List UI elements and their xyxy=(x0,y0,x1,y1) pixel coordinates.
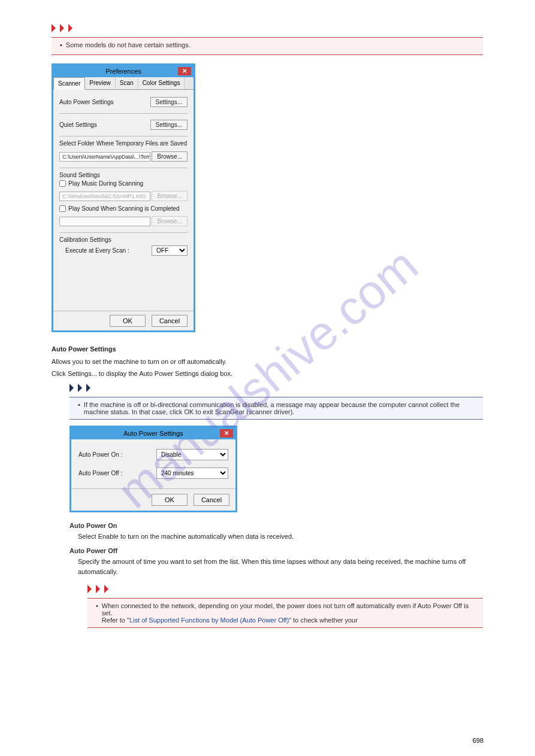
music-path-input: C:\Windows\Media\CSSAMP1.MID xyxy=(59,192,150,201)
play-music-checkbox-input[interactable] xyxy=(59,180,66,187)
auto-power-window: Auto Power Settings ✕ Auto Power On : Di… xyxy=(69,426,237,512)
auto-power-settings-button[interactable]: Settings... xyxy=(150,97,188,107)
important-banner-1: Some models do not have certain settings… xyxy=(52,37,483,55)
calibration-sublabel: Execute at Every Scan : xyxy=(59,247,129,254)
preferences-window: Preferences ✕ Scanner Preview Scan Color… xyxy=(52,63,195,332)
complete-sound-path-input xyxy=(59,217,150,226)
imp2-line3s: " to check whether your xyxy=(289,617,358,624)
quiet-label: Quiet Settings xyxy=(59,122,97,128)
tab-preview[interactable]: Preview xyxy=(85,77,116,89)
auto-close-icon[interactable]: ✕ xyxy=(220,429,233,438)
play-complete-label: Play Sound When Scanning is Completed xyxy=(68,205,180,212)
imp2-line3p: Refer to " xyxy=(102,617,129,624)
note-line3: driver). xyxy=(274,408,294,415)
auto-power-label: Auto Power Settings xyxy=(59,99,114,105)
play-complete-checkbox[interactable]: Play Sound When Scanning is Completed xyxy=(59,205,188,212)
tab-scanner[interactable]: Scanner xyxy=(53,77,85,90)
page-content: Some models do not have certain settings… xyxy=(0,0,535,652)
calibration-label: Calibration Settings xyxy=(59,236,188,243)
close-icon[interactable]: ✕ xyxy=(178,67,191,75)
pref-cancel-button[interactable]: Cancel xyxy=(152,315,188,327)
play-music-label: Play Music During Scanning xyxy=(68,180,143,187)
auto-ok-button[interactable]: OK xyxy=(152,494,188,506)
auto-on-label: Auto Power On : xyxy=(78,451,122,458)
auto-cancel-button[interactable]: Cancel xyxy=(194,494,229,506)
quiet-settings-button[interactable]: Settings... xyxy=(150,120,188,130)
play-music-checkbox[interactable]: Play Music During Scanning xyxy=(59,180,188,187)
preferences-title: Preferences ✕ xyxy=(53,65,194,77)
auto-off-heading: Auto Power Off xyxy=(69,547,483,554)
music-browse-button: Browse... xyxy=(152,191,188,201)
note-icon xyxy=(69,384,483,392)
imp2-line1: When connected to the network, depending… xyxy=(102,602,346,609)
auto-power-heading: Auto Power Settings xyxy=(52,344,483,354)
complete-browse-button: Browse... xyxy=(152,216,188,226)
note-banner: If the machine is off or bi-directional … xyxy=(69,397,483,420)
preferences-title-text: Preferences xyxy=(105,68,141,75)
folder-label: Select Folder Where Temporary Files are … xyxy=(59,140,188,147)
supported-functions-link[interactable]: List of Supported Functions by Model (Au… xyxy=(129,617,289,624)
note-line1: If the machine is off or bi-directional … xyxy=(84,401,366,408)
folder-path-input[interactable]: C:\Users\UserName\AppData\...\Temp\ xyxy=(59,152,150,162)
play-complete-checkbox-input[interactable] xyxy=(59,205,66,212)
important-icon-2 xyxy=(87,585,483,593)
important1-text: Some models do not have certain settings… xyxy=(66,41,191,48)
auto-on-text: Select Enable to turn on the machine aut… xyxy=(78,532,483,542)
auto-off-select[interactable]: 240 minutes xyxy=(156,467,228,479)
auto-power-desc: Allows you to set the machine to turn on… xyxy=(52,357,483,367)
important-banner-2: When connected to the network, depending… xyxy=(87,598,483,628)
folder-browse-button[interactable]: Browse... xyxy=(152,151,188,162)
preferences-tab-body: Auto Power Settings Settings... Quiet Se… xyxy=(53,90,194,311)
page-number: 698 xyxy=(473,737,483,744)
auto-on-heading: Auto Power On xyxy=(69,522,483,529)
calibration-select[interactable]: OFF xyxy=(152,245,188,256)
tab-scan[interactable]: Scan xyxy=(116,77,138,89)
sound-settings-label: Sound Settings xyxy=(59,172,188,178)
auto-on-select[interactable]: Disable xyxy=(156,449,228,460)
auto-power-title: Auto Power Settings ✕ xyxy=(71,427,235,439)
preferences-tabs: Scanner Preview Scan Color Settings xyxy=(53,77,194,90)
tab-color-settings[interactable]: Color Settings xyxy=(138,77,185,89)
auto-power-click: Click Settings... to display the Auto Po… xyxy=(52,369,483,379)
auto-power-title-text: Auto Power Settings xyxy=(123,430,183,437)
important-icon xyxy=(52,24,483,32)
auto-off-label: Auto Power Off : xyxy=(78,470,122,476)
auto-off-text: Specify the amount of time you want to s… xyxy=(78,557,483,576)
pref-ok-button[interactable]: OK xyxy=(110,315,146,327)
